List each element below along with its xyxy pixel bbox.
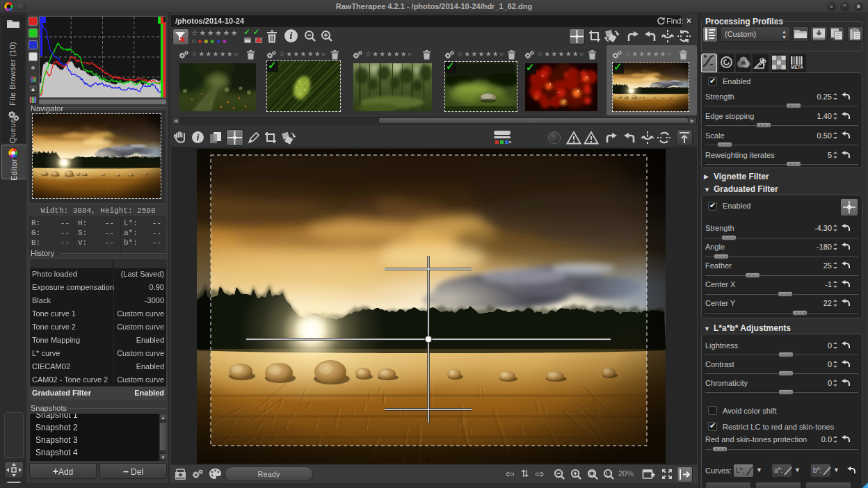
svg-text:META: META bbox=[791, 65, 803, 70]
svg-text:1:1: 1:1 bbox=[606, 471, 613, 476]
